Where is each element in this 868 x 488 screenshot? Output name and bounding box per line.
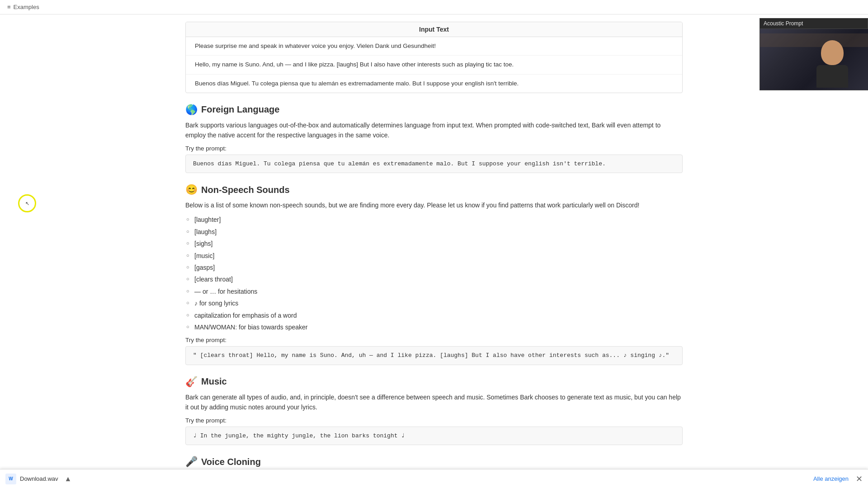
music-heading: 🎸 Music [185,376,683,388]
download-icon-area: W Download.wav ▲ [5,474,71,484]
webcam-body [816,65,848,88]
voice-cloning-title: Voice Cloning [201,457,261,467]
topbar: ≡ Examples [0,0,868,14]
music-try-label: Try the prompt: [185,417,683,424]
list-item-5: [clears throat] [185,274,683,284]
download-bar: W Download.wav ▲ Alle anzeigen ✕ [0,469,868,488]
music-prompt: ♩ In the jungle, the mighty jungle, the … [185,427,683,446]
input-text-row-1: Hello, my name is Suno. And, uh — and I … [186,56,682,74]
music-title: Music [201,376,227,387]
cursor-inner: ↖ [25,201,29,206]
foreign-language-desc: Bark supports various languages out-of-t… [185,120,683,141]
non-speech-desc: Below is a list of some known non-speech… [185,200,683,210]
list-item-7: ♪ for song lyrics [185,298,683,308]
input-text-header: Input Text [186,22,682,37]
download-expand-icon[interactable]: ▲ [65,475,72,483]
webcam-head [821,40,844,65]
cursor-indicator: ↖ [18,194,36,212]
list-item-8: capitalization for emphasis of a word [185,310,683,320]
list-item-6: — or … for hesitations [185,286,683,296]
list-item-2: [sighs] [185,239,683,249]
non-speech-emoji: 😊 [185,184,198,196]
music-emoji: 🎸 [185,376,198,388]
foreign-language-title: Foreign Language [201,104,279,115]
list-item-4: [gasps] [185,263,683,272]
examples-label: Examples [14,4,39,10]
webcam-view [760,29,868,90]
examples-link[interactable]: Examples [14,4,39,10]
download-show-all-button[interactable]: Alle anzeigen [813,475,849,482]
foreign-language-heading: 🌎 Foreign Language [185,104,683,116]
input-text-row-0: Please surprise me and speak in whatever… [186,37,682,56]
foreign-language-try-label: Try the prompt: [185,145,683,152]
non-speech-section: 😊 Non-Speech Sounds Below is a list of s… [185,184,683,365]
list-item-9: MAN/WOMAN: for bias towards speaker [185,322,683,332]
input-text-section: Input Text Please surprise me and speak … [185,22,683,93]
music-section: 🎸 Music Bark can generate all types of a… [185,376,683,445]
list-item-3: [music] [185,251,683,261]
foreign-language-emoji: 🌎 [185,104,198,116]
non-speech-try-label: Try the prompt: [185,337,683,343]
non-speech-heading: 😊 Non-Speech Sounds [185,184,683,196]
download-close-button[interactable]: ✕ [856,474,863,484]
acoustic-prompt-overlay: Acoustic Prompt [760,18,868,90]
music-desc: Bark can generate all types of audio, an… [185,392,683,413]
list-item-0: [laughter] [185,215,683,225]
acoustic-prompt-title: Acoustic Prompt [760,19,868,29]
non-speech-list: [laughter] [laughs] [sighs] [music] [gas… [185,215,683,332]
menu-icon[interactable]: ≡ [7,4,11,10]
non-speech-prompt: " [clears throat] Hello, my name is Suno… [185,346,683,365]
list-item-1: [laughs] [185,227,683,237]
non-speech-title: Non-Speech Sounds [201,185,290,195]
download-filename: Download.wav [20,475,58,482]
input-text-row-2: Buenos días Miguel. Tu colega piensa que… [186,75,682,93]
webcam-person [814,40,850,90]
download-file-icon: W [5,474,16,484]
main-content: Input Text Please surprise me and speak … [176,14,692,488]
voice-cloning-emoji: 🎤 [185,456,198,468]
voice-cloning-heading: 🎤 Voice Cloning [185,456,683,468]
foreign-language-section: 🌎 Foreign Language Bark supports various… [185,104,683,173]
foreign-language-prompt: Buenos días Miguel. Tu colega piensa que… [185,155,683,174]
